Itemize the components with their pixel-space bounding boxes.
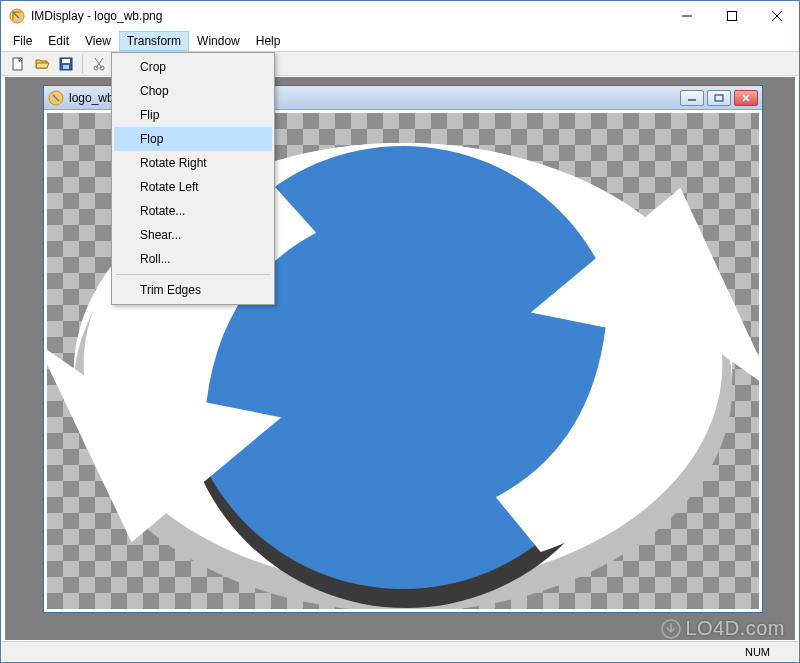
- status-num-indicator: NUM: [745, 646, 770, 658]
- child-minimize-button[interactable]: [680, 90, 704, 106]
- toolbar-separator: [82, 55, 83, 73]
- download-icon: [661, 619, 681, 639]
- open-file-button[interactable]: [31, 54, 53, 74]
- document-icon: [48, 90, 64, 106]
- minimize-button[interactable]: [664, 1, 709, 30]
- menu-item-flop[interactable]: Flop: [114, 127, 272, 151]
- menu-item-shear[interactable]: Shear...: [114, 223, 272, 247]
- window-title: IMDisplay - logo_wb.png: [31, 9, 664, 23]
- titlebar: IMDisplay - logo_wb.png: [1, 1, 799, 31]
- menu-transform[interactable]: Transform: [119, 31, 189, 51]
- menu-file[interactable]: File: [5, 31, 40, 51]
- transform-dropdown: Crop Chop Flip Flop Rotate Right Rotate …: [111, 52, 275, 305]
- app-icon: [9, 8, 25, 24]
- svg-rect-2: [727, 11, 736, 20]
- menu-edit[interactable]: Edit: [40, 31, 77, 51]
- menu-item-flip[interactable]: Flip: [114, 103, 272, 127]
- menu-help[interactable]: Help: [248, 31, 289, 51]
- window-controls: [664, 1, 799, 31]
- menu-view[interactable]: View: [77, 31, 119, 51]
- menu-item-rotate-right[interactable]: Rotate Right: [114, 151, 272, 175]
- watermark-text: LO4D.com: [685, 617, 785, 640]
- svg-rect-8: [63, 65, 69, 69]
- menu-item-trim-edges[interactable]: Trim Edges: [114, 278, 272, 302]
- svg-rect-7: [62, 59, 70, 63]
- menubar: File Edit View Transform Window Help: [1, 31, 799, 51]
- child-maximize-button[interactable]: [707, 90, 731, 106]
- menu-window[interactable]: Window: [189, 31, 248, 51]
- cut-button[interactable]: [88, 54, 110, 74]
- menu-separator: [116, 274, 270, 275]
- statusbar: NUM: [2, 641, 798, 661]
- new-file-button[interactable]: [7, 54, 29, 74]
- close-button[interactable]: [754, 1, 799, 30]
- menu-item-roll[interactable]: Roll...: [114, 247, 272, 271]
- save-button[interactable]: [55, 54, 77, 74]
- maximize-button[interactable]: [709, 1, 754, 30]
- child-close-button[interactable]: [734, 90, 758, 106]
- svg-rect-15: [715, 95, 723, 101]
- menu-item-chop[interactable]: Chop: [114, 79, 272, 103]
- menu-item-rotate[interactable]: Rotate...: [114, 199, 272, 223]
- watermark: LO4D.com: [661, 617, 785, 640]
- menu-item-crop[interactable]: Crop: [114, 55, 272, 79]
- menu-item-rotate-left[interactable]: Rotate Left: [114, 175, 272, 199]
